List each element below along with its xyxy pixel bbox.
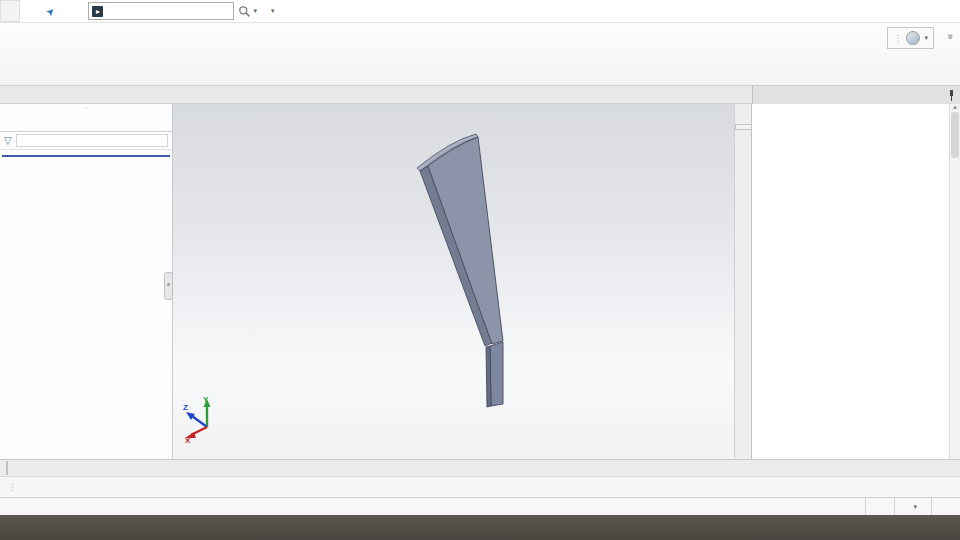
solidworks-window: ➤ ▸ ▾ ▾ ⋮ ▾ »	[0, 0, 960, 540]
task-pane-strip	[734, 104, 751, 459]
sketch-toolbar: ⋮	[0, 476, 960, 497]
search-magnifier-group[interactable]: ▾	[238, 5, 257, 18]
panel-splitter-handle[interactable]	[164, 272, 173, 300]
feature-manager-panel: ◦ ▽	[0, 104, 173, 459]
titlebar: ➤ ▸ ▾ ▾	[0, 0, 960, 23]
triad-y-label: Y	[203, 395, 209, 404]
command-tabs	[0, 86, 752, 104]
windows-taskbar	[0, 515, 960, 540]
filter-input[interactable]	[16, 134, 168, 147]
filter-funnel-icon[interactable]: ▽	[4, 135, 12, 146]
search-scope-icon[interactable]: ▸	[92, 6, 103, 17]
triad-x-label: X	[185, 436, 191, 443]
ribbon-collapse-icon[interactable]: »	[946, 34, 957, 40]
task-pane-scrollbar[interactable]: ▲	[949, 104, 960, 459]
help-dropdown-caret[interactable]: ▾	[271, 7, 275, 15]
manager-tabs	[0, 111, 172, 132]
task-pane-header	[752, 86, 960, 104]
triad-z-label: Z	[183, 403, 188, 412]
command-tab-row	[0, 86, 960, 104]
tree-filter-row: ▽	[0, 132, 172, 150]
status-bar: ▾	[0, 497, 960, 515]
main-area: ◦ ▽ Y	[0, 104, 960, 459]
task-pane-pin-icon[interactable]	[947, 90, 956, 101]
feature-tree	[0, 150, 172, 152]
task-pane-tabs	[735, 124, 752, 130]
task-pane: ▲	[751, 104, 960, 459]
graphics-viewport[interactable]: Y Z X	[173, 104, 734, 459]
ribbon-mini-panel[interactable]: ⋮ ▾	[887, 27, 934, 49]
orientation-triad: Y Z X	[181, 393, 227, 443]
panel-grip-icon: ⋮	[893, 33, 902, 43]
editing-mode-indicator	[865, 498, 894, 515]
units-caret-icon[interactable]: ▾	[913, 503, 917, 511]
rollback-bar[interactable]	[2, 155, 170, 157]
search-dropdown-caret[interactable]: ▾	[253, 7, 257, 15]
system-tray	[945, 515, 960, 540]
pin-menubar-icon[interactable]: ➤	[43, 4, 57, 18]
status-globe-cell	[931, 498, 960, 515]
tab-nav-arrows	[6, 461, 8, 475]
scroll-up-icon[interactable]: ▲	[952, 104, 958, 110]
search-input[interactable]	[107, 4, 230, 18]
appearance-mini-icon	[906, 31, 920, 45]
search-commands-box[interactable]: ▸	[88, 2, 234, 20]
solidworks-logo	[0, 0, 20, 22]
mini-panel-caret[interactable]: ▾	[924, 34, 928, 42]
units-selector[interactable]: ▾	[894, 498, 931, 515]
ribbon: ⋮ ▾ »	[0, 23, 960, 86]
magnifier-icon	[238, 5, 251, 18]
toolbar-grip-icon[interactable]: ⋮	[8, 482, 17, 492]
part-model[interactable]	[173, 104, 737, 466]
task-pane-content	[752, 104, 949, 459]
panel-grip[interactable]: ◦	[0, 104, 172, 111]
scrollbar-thumb[interactable]	[951, 112, 959, 158]
